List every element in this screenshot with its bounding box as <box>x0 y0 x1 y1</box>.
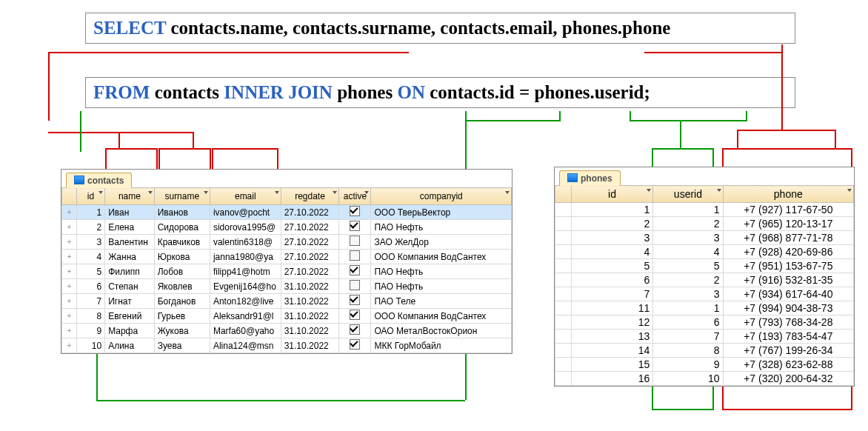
connector-phone-fan <box>737 130 836 150</box>
select-cols: contacts.name, contacts.surname, contact… <box>166 18 670 38</box>
table-row[interactable]: +4ЖаннаЮрковаjanna1980@ya27.10.2022ООО К… <box>62 250 512 264</box>
table-row[interactable]: 22+7 (965) 120-13-17 <box>555 217 854 231</box>
kw-on: ON <box>397 82 425 102</box>
table-row[interactable]: +1ИванИвановivanov@pocht27.10.2022ООО Тв… <box>62 205 512 220</box>
kw-from: FROM <box>93 82 150 102</box>
checkbox[interactable] <box>350 324 360 335</box>
on-cond: contacts.id = phones.userid; <box>425 82 650 102</box>
contacts-grid: idnamesurnameemailregdateactivecompanyid… <box>61 187 512 353</box>
from-tbl: contacts <box>150 82 224 102</box>
checkbox[interactable] <box>350 339 360 350</box>
connector-select-cols-bot <box>48 121 193 133</box>
checkbox[interactable] <box>350 235 360 246</box>
checkbox[interactable] <box>350 265 360 275</box>
checkbox[interactable] <box>350 310 360 320</box>
checkbox[interactable] <box>350 206 360 216</box>
connector-userid-v <box>680 120 681 148</box>
col-id[interactable]: id <box>76 188 104 205</box>
phones-tab-label: phones <box>581 173 612 184</box>
table-row[interactable]: 148+7 (767) 199-26-34 <box>555 344 854 358</box>
table-row[interactable]: +5ФилиппЛобовfilipp41@hotm27.10.2022ПАО … <box>62 264 512 279</box>
table-row[interactable]: +3ВалентинКравчиковvalentin6318@27.10.20… <box>62 235 512 250</box>
table-row[interactable]: 159+7 (328) 623-62-88 <box>555 358 854 372</box>
table-row[interactable]: 11+7 (927) 117-67-50 <box>555 203 854 217</box>
table-row[interactable]: 73+7 (934) 617-64-40 <box>555 287 854 301</box>
table-row[interactable]: 55+7 (951) 153-67-75 <box>555 259 854 273</box>
table-row[interactable]: 33+7 (968) 877-71-78 <box>555 231 854 245</box>
connector-on-up <box>96 350 98 400</box>
sql-from-line: FROM contacts INNER JOIN phones ON conta… <box>85 77 795 108</box>
connector-on-down1 <box>465 111 561 121</box>
connector-select-cols-top <box>48 52 409 64</box>
col-phone[interactable]: phone <box>723 186 853 203</box>
contacts-tab[interactable]: contacts <box>66 173 132 188</box>
checkbox[interactable] <box>350 295 360 305</box>
table-row[interactable]: 44+7 (928) 420-69-86 <box>555 245 854 259</box>
connector-select-cols-v <box>48 63 50 121</box>
connector-select-cols-v2 <box>118 132 120 148</box>
col-regdate[interactable]: regdate <box>281 188 339 205</box>
table-row[interactable]: 1610+7 (320) 200-64-32 <box>555 372 854 386</box>
table-row[interactable]: 62+7 (916) 532-81-35 <box>555 273 854 287</box>
table-row[interactable]: 126+7 (793) 768-34-28 <box>555 315 854 330</box>
col-email[interactable]: email <box>210 188 281 205</box>
checkbox[interactable] <box>350 280 360 290</box>
table-row[interactable]: +8ЕвгенийГурьевAleksandr91@l31.10.2022ОО… <box>62 309 512 324</box>
connector-on-h <box>96 400 465 401</box>
sql-select-line: SELECT contacts.name, contacts.surname, … <box>85 13 795 44</box>
table-row[interactable]: +2ЕленаСидороваsidorova1995@27.10.2022ПА… <box>62 220 512 235</box>
table-row[interactable]: 111+7 (994) 904-38-73 <box>555 301 854 315</box>
table-row[interactable]: +10АлинаЗуеваAlina124@msn31.10.2022МКК Г… <box>62 338 512 353</box>
col-active[interactable]: active <box>339 188 371 205</box>
col-userid[interactable]: userid <box>653 186 723 203</box>
table-icon <box>567 173 578 182</box>
table-row[interactable]: +9МарфаЖуковаMarfa60@yaho31.10.2022ОАО М… <box>62 324 512 338</box>
checkbox[interactable] <box>350 221 360 231</box>
col-name[interactable]: name <box>105 188 155 205</box>
connector-phone-top <box>644 44 781 53</box>
connector-userid-top <box>630 111 747 121</box>
kw-inner-join: INNER JOIN <box>224 82 333 102</box>
col-companyid[interactable]: companyid <box>371 188 512 205</box>
phones-window: phones iduseridphone 11+7 (927) 117-67-5… <box>554 167 855 387</box>
contacts-tab-label: contacts <box>87 176 124 186</box>
contacts-window: contacts idnamesurnameemailregdateactive… <box>61 169 513 354</box>
join-tbl: phones <box>333 82 398 102</box>
table-row[interactable]: +7ИгнатБогдановAnton182@live31.10.2022ПА… <box>62 294 512 309</box>
kw-select: SELECT <box>93 18 166 38</box>
checkbox[interactable] <box>350 250 360 261</box>
connector-phone-v <box>781 44 783 118</box>
table-row[interactable]: 137+7 (193) 783-54-47 <box>555 330 854 344</box>
connector-select-cols-v3 <box>193 132 194 148</box>
connector-from-contacts-v <box>80 111 81 144</box>
table-row[interactable]: +6СтепанЯковлевEvgenij164@ho31.10.2022ПА… <box>62 279 512 294</box>
phones-grid: iduseridphone 11+7 (927) 117-67-50 22+7 … <box>555 185 854 386</box>
col-surname[interactable]: surname <box>154 188 210 205</box>
connector-from-contacts-h <box>80 144 92 152</box>
phones-tab[interactable]: phones <box>559 170 621 186</box>
table-icon <box>74 176 84 184</box>
col-id[interactable]: id <box>571 186 653 203</box>
